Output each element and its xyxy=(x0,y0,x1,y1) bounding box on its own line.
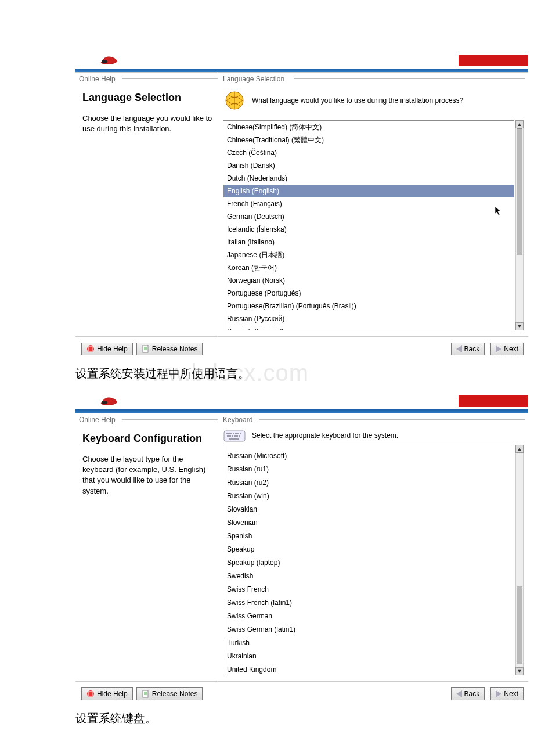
keyboard-item[interactable]: Russian (Microsoft) xyxy=(223,449,514,463)
svg-rect-7 xyxy=(226,433,228,434)
svg-rect-15 xyxy=(229,435,231,437)
button-bar: Hide Help Release Notes Back Next xyxy=(75,681,528,705)
svg-rect-17 xyxy=(234,435,236,437)
caption-1: 设置系统安装过程中所使用语言。 www.bdocx.com xyxy=(75,366,528,381)
language-item[interactable]: Chinese(Simplified) (简体中文) xyxy=(223,121,514,134)
keyboard-item[interactable]: Spanish xyxy=(223,530,514,543)
keyboard-item[interactable]: Slovakian xyxy=(223,503,514,516)
svg-rect-8 xyxy=(228,433,230,434)
keyboard-item[interactable]: Slovenian xyxy=(223,516,514,530)
help-text: Choose the language you would like to us… xyxy=(82,113,213,134)
language-item[interactable]: Danish (Dansk) xyxy=(223,159,514,172)
help-panel-label: Online Help xyxy=(75,413,218,424)
keyboard-list[interactable]: Russian (Microsoft)Russian (ru1)Russian … xyxy=(223,445,514,675)
keyboard-item[interactable]: Russian (win) xyxy=(223,489,514,503)
hide-help-button[interactable]: Hide Help xyxy=(81,687,133,700)
release-notes-icon xyxy=(142,345,150,353)
svg-rect-12 xyxy=(237,433,239,434)
next-button[interactable]: Next xyxy=(490,343,524,355)
keyboard-item[interactable]: Swiss German xyxy=(223,610,514,623)
svg-rect-16 xyxy=(232,435,233,437)
scroll-down-button[interactable]: ▼ xyxy=(515,322,524,330)
language-item[interactable]: Russian (Русский) xyxy=(223,312,514,325)
main-panel: Keyboard Select the appropriate keyboard… xyxy=(218,413,528,681)
scroll-thumb[interactable] xyxy=(517,128,522,255)
scroll-up-button[interactable]: ▲ xyxy=(515,445,524,453)
language-item[interactable]: German (Deutsch) xyxy=(223,210,514,223)
svg-rect-11 xyxy=(235,433,237,434)
language-item[interactable]: Spanish (Español) xyxy=(223,325,514,330)
language-item[interactable]: Dutch (Nederlands) xyxy=(223,172,514,185)
language-item[interactable]: Portuguese (Português) xyxy=(223,287,514,300)
language-item[interactable]: Czech (Čeština) xyxy=(223,146,514,159)
redhat-logo-icon xyxy=(99,394,120,407)
main-panel: Language Selection What language would y… xyxy=(218,73,528,336)
main-panel-label: Language Selection xyxy=(218,73,528,83)
svg-point-5 xyxy=(102,401,107,404)
scroll-track[interactable] xyxy=(515,453,524,667)
online-help-panel: Online Help Language Selection Choose th… xyxy=(75,73,218,336)
scrollbar[interactable]: ▲ ▼ xyxy=(515,445,524,675)
redhat-logo-icon xyxy=(99,53,120,66)
keyboard-item[interactable]: United Kingdom xyxy=(223,663,514,675)
scroll-thumb[interactable] xyxy=(517,586,522,664)
next-button[interactable]: Next xyxy=(490,687,524,700)
release-notes-button[interactable]: Release Notes xyxy=(136,687,203,700)
svg-rect-23 xyxy=(143,690,148,697)
caption-2: 设置系统键盘。 xyxy=(75,711,528,726)
main-panel-label: Keyboard xyxy=(218,413,528,424)
scroll-up-button[interactable]: ▲ xyxy=(515,120,524,128)
help-heading: Language Selection xyxy=(82,92,213,104)
keyboard-item[interactable]: Swedish xyxy=(223,570,514,583)
keyboard-item[interactable]: Ukrainian xyxy=(223,650,514,663)
next-arrow-icon xyxy=(496,345,501,352)
keyboard-item[interactable]: Speakup (laptop) xyxy=(223,556,514,570)
keyboard-item[interactable]: Swiss French xyxy=(223,583,514,596)
prompt-text: Select the appropriate keyboard for the … xyxy=(252,431,398,440)
svg-rect-4 xyxy=(143,345,148,352)
scrollbar[interactable]: ▲ ▼ xyxy=(515,120,524,330)
language-item[interactable]: Italian (Italiano) xyxy=(223,236,514,249)
release-notes-button[interactable]: Release Notes xyxy=(136,343,203,355)
next-arrow-icon xyxy=(496,690,501,697)
keyboard-item[interactable]: Swiss French (latin1) xyxy=(223,596,514,610)
window-header xyxy=(75,393,528,409)
language-item[interactable]: French (Français) xyxy=(223,197,514,210)
back-arrow-icon xyxy=(456,345,462,352)
back-button[interactable]: Back xyxy=(451,687,485,700)
language-item[interactable]: Korean (한국어) xyxy=(223,261,514,274)
language-list[interactable]: Chinese(Simplified) (简体中文)Chinese(Tradit… xyxy=(223,120,514,330)
svg-rect-13 xyxy=(240,433,241,434)
svg-rect-10 xyxy=(233,433,234,434)
svg-point-0 xyxy=(102,60,107,63)
keyboard-item[interactable]: Russian (ru2) xyxy=(223,476,514,489)
hide-help-icon xyxy=(86,690,95,698)
keyboard-item[interactable]: Swiss German (latin1) xyxy=(223,623,514,636)
language-item[interactable]: Norwegian (Norsk) xyxy=(223,274,514,287)
help-heading: Keyboard Configuration xyxy=(82,433,213,445)
scroll-track[interactable] xyxy=(515,128,524,322)
installer-window-keyboard: Online Help Keyboard Configuration Choos… xyxy=(75,393,528,705)
svg-rect-20 xyxy=(229,438,239,440)
keyboard-icon xyxy=(223,427,246,444)
release-notes-icon xyxy=(142,690,150,698)
installer-window-language: Online Help Language Selection Choose th… xyxy=(75,52,528,360)
svg-rect-18 xyxy=(236,435,238,437)
language-item[interactable]: Chinese(Traditional) (繁體中文) xyxy=(223,134,514,146)
keyboard-item[interactable]: Russian (ru1) xyxy=(223,463,514,476)
keyboard-item[interactable]: Turkish xyxy=(223,636,514,650)
keyboard-item[interactable]: Speakup xyxy=(223,543,514,556)
svg-rect-9 xyxy=(230,433,232,434)
language-item[interactable]: English (English) xyxy=(223,185,514,197)
language-item[interactable]: Portuguese(Brazilian) (Português (Brasil… xyxy=(223,300,514,312)
back-button[interactable]: Back xyxy=(451,343,485,355)
online-help-panel: Online Help Keyboard Configuration Choos… xyxy=(75,413,218,681)
button-bar: Hide Help Release Notes Back Next xyxy=(75,336,528,360)
language-item[interactable]: Icelandic (Íslenska) xyxy=(223,223,514,236)
svg-rect-19 xyxy=(239,435,240,437)
help-text: Choose the layout type for the keyboard … xyxy=(82,454,213,496)
scroll-down-button[interactable]: ▼ xyxy=(515,667,524,675)
language-item[interactable]: Japanese (日本語) xyxy=(223,249,514,261)
window-header xyxy=(75,52,528,69)
hide-help-button[interactable]: Hide Help xyxy=(81,343,133,355)
